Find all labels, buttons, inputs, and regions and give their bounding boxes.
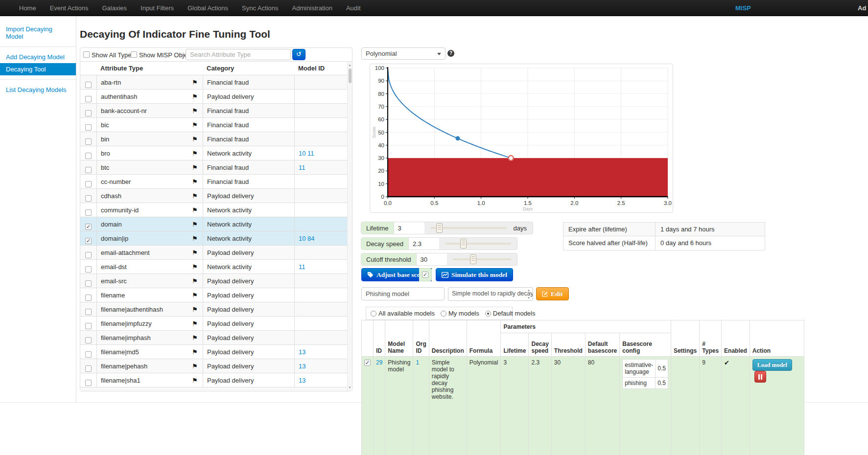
model-description-input[interactable]: Simple model to rapidly decay ▲▼ [448,287,533,301]
adjust-base-score-checkbox[interactable]: ✓ [422,272,428,278]
table-row[interactable]: bank-account-nr⚑Financial fraud [80,104,347,118]
slider-handle[interactable] [436,223,443,233]
disable-model-button[interactable] [754,371,766,383]
row-checkbox[interactable] [85,295,92,301]
row-checkbox[interactable] [85,365,92,372]
decay-speed-value[interactable]: 2.3 [409,238,439,250]
scroll-up-icon[interactable]: ▲ [527,289,530,292]
table-row[interactable]: filename|impfuzzy⚑Payload delivery [80,317,347,331]
row-checkbox[interactable] [85,266,92,273]
sidebar-item-import-decaying-model[interactable]: Import Decaying Model [0,23,76,43]
row-checkbox[interactable] [85,138,92,145]
row-checkbox[interactable] [85,153,92,159]
sidebar-item-add-decaying-model[interactable]: Add Decaying Model [0,51,76,63]
table-row[interactable]: btc⚑Financial fraud11 [80,160,347,175]
radio-button[interactable] [485,311,491,317]
model-id-link[interactable]: 13 [299,363,305,370]
model-row-checkbox[interactable]: ✓ [364,360,371,366]
radio-all-available-models[interactable]: All available models [371,310,435,317]
model-id-link[interactable]: 10 84 [299,235,315,242]
model-id-link[interactable]: 10 11 [299,150,314,157]
radio-default-models[interactable]: Default models [485,310,536,317]
nav-item-input-filters[interactable]: Input Filters [134,0,181,16]
row-checkbox[interactable] [85,337,92,343]
decay-speed-slider[interactable] [445,238,511,250]
table-row[interactable]: filename|md5⚑Payload delivery13 [80,345,347,359]
nav-right-text[interactable]: Ad [858,0,866,16]
slider-handle[interactable] [470,254,476,264]
table-row[interactable]: ✓domain⚑Network activity [80,217,347,231]
edit-model-button[interactable]: Edit [536,287,569,300]
model-name-input[interactable] [361,287,445,300]
scroll-down-icon[interactable]: ▼ [348,386,352,389]
row-checkbox[interactable] [85,181,92,187]
row-checkbox[interactable] [85,280,92,287]
row-checkbox[interactable] [85,309,92,315]
formula-select[interactable]: Polynomial [361,47,446,60]
model-id-link[interactable]: 11 [299,164,305,171]
table-row[interactable]: filename|authentihash⚑Payload delivery [80,302,347,317]
radio-button[interactable] [371,311,376,317]
table-row[interactable]: email-attachment⚑Payload delivery [80,246,347,260]
scrollbar-thumb[interactable] [349,68,352,83]
row-checkbox[interactable] [85,252,92,258]
row-checkbox[interactable] [85,209,92,216]
lifetime-slider[interactable] [430,222,507,234]
table-row[interactable]: filename⚑Payload delivery [80,288,347,302]
row-checkbox[interactable] [85,380,92,386]
table-row[interactable]: authentihash⚑Payload delivery [80,90,347,104]
table-row[interactable]: aba-rtn⚑Financial fraud [80,75,347,90]
slider-handle[interactable] [460,239,467,249]
slider-track[interactable] [445,243,511,245]
nav-item-audit[interactable]: Audit [339,0,368,16]
model-row[interactable]: ✓ 29 Phishing model 1 Simple model to ra… [362,357,804,455]
row-checkbox[interactable] [85,351,92,358]
row-checkbox[interactable] [85,167,92,173]
model-id-link[interactable]: 13 [299,348,305,356]
row-checkbox[interactable] [85,195,92,202]
simulate-model-button[interactable]: Simulate this model [436,268,513,281]
model-id-link[interactable]: 29 [376,359,382,366]
misp-brand[interactable]: MISP [735,0,751,16]
model-id-link[interactable]: 11 [299,263,305,271]
table-row[interactable]: ✓domain|ip⚑Network activity10 84 [80,231,347,246]
search-attribute-input[interactable] [186,49,291,60]
org-id-link[interactable]: 1 [416,359,419,366]
scroll-down-icon[interactable]: ▼ [527,296,530,299]
cutoff-threshold-value[interactable]: 30 [417,253,447,265]
curve-point-marker[interactable] [456,136,460,140]
nav-item-home[interactable]: Home [12,0,43,16]
table-row[interactable]: filename|sha1⚑Payload delivery13 [80,373,347,387]
nav-item-sync-actions[interactable]: Sync Actions [235,0,285,16]
nav-item-administration[interactable]: Administration [285,0,339,16]
radio-my-models[interactable]: My models [441,310,479,317]
row-checkbox[interactable] [85,82,92,88]
row-checkbox[interactable]: ✓ [85,224,92,230]
cutoff-threshold-slider[interactable] [453,253,511,265]
cutoff-point-marker[interactable] [509,156,514,160]
table-row[interactable]: bro⚑Network activity10 11 [80,146,347,160]
row-checkbox[interactable] [85,323,92,329]
row-checkbox[interactable] [85,124,92,131]
load-model-button[interactable]: Load model [752,359,792,371]
attribute-table-scrollbar[interactable]: ▲ ▼ [347,62,352,391]
table-row[interactable]: community-id⚑Network activity [80,203,347,217]
sidebar-item-decaying-tool[interactable]: Decaying Tool [0,63,76,75]
nav-item-galaxies[interactable]: Galaxies [95,0,134,16]
help-icon[interactable]: ? [447,50,454,57]
table-row[interactable]: email-src⚑Payload delivery [80,274,347,288]
table-row[interactable]: cdhash⚑Payload delivery [80,189,347,203]
model-id-link[interactable]: 13 [299,377,305,384]
show-all-types-checkbox[interactable] [83,51,90,58]
scroll-up-icon[interactable]: ▲ [348,64,352,67]
radio-button[interactable] [441,311,446,317]
row-checkbox[interactable] [85,110,92,116]
table-row[interactable]: bin⚑Financial fraud [80,132,347,146]
nav-item-event-actions[interactable]: Event Actions [43,0,95,16]
table-row[interactable]: filename|pehash⚑Payload delivery13 [80,359,347,373]
show-misp-objects-checkbox[interactable] [131,51,137,58]
table-row[interactable]: email-dst⚑Network activity11 [80,260,347,274]
lifetime-value[interactable]: 3 [394,222,424,234]
table-row[interactable]: bic⚑Financial fraud [80,118,347,132]
row-checkbox[interactable]: ✓ [85,238,92,244]
